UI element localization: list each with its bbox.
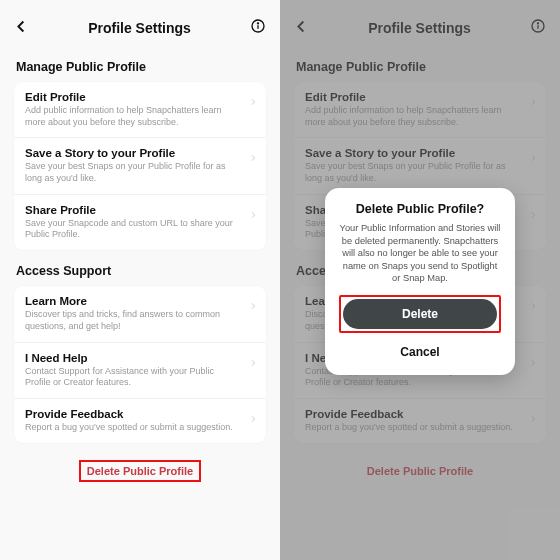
- delete-public-profile-link[interactable]: Delete Public Profile: [14, 461, 266, 479]
- chevron-right-icon: [249, 411, 257, 429]
- support-card: Learn More Discover tips and tricks, fin…: [14, 286, 266, 442]
- dialog-title: Delete Public Profile?: [339, 202, 501, 216]
- row-save-story[interactable]: Save a Story to your Profile Save your b…: [14, 138, 266, 194]
- section-support-title: Access Support: [16, 264, 266, 278]
- row-edit-profile[interactable]: Edit Profile Add public information to h…: [14, 82, 266, 138]
- chevron-right-icon: [249, 355, 257, 373]
- delete-dialog: Delete Public Profile? Your Public Infor…: [325, 188, 515, 375]
- row-feedback[interactable]: Provide Feedback Report a bug you've spo…: [14, 399, 266, 443]
- header: Profile Settings: [14, 10, 266, 46]
- back-icon[interactable]: [14, 19, 29, 38]
- chevron-right-icon: [249, 298, 257, 316]
- row-need-help[interactable]: I Need Help Contact Support for Assistan…: [14, 343, 266, 399]
- highlight-box: Delete: [339, 295, 501, 333]
- chevron-right-icon: [249, 94, 257, 112]
- svg-point-2: [257, 23, 258, 24]
- row-learn-more[interactable]: Learn More Discover tips and tricks, fin…: [14, 286, 266, 342]
- row-share-profile[interactable]: Share Profile Save your Snapcode and cus…: [14, 195, 266, 250]
- delete-button[interactable]: Delete: [343, 299, 497, 329]
- dialog-body: Your Public Information and Stories will…: [339, 222, 501, 285]
- page-title: Profile Settings: [88, 20, 191, 36]
- chevron-right-icon: [249, 207, 257, 225]
- chevron-right-icon: [249, 150, 257, 168]
- section-manage-title: Manage Public Profile: [16, 60, 266, 74]
- cancel-button[interactable]: Cancel: [339, 341, 501, 363]
- panel-normal: Profile Settings Manage Public Profile E…: [0, 0, 280, 560]
- manage-card: Edit Profile Add public information to h…: [14, 82, 266, 250]
- panel-dialog: Profile Settings Manage Public Profile E…: [280, 0, 560, 560]
- info-icon[interactable]: [250, 18, 266, 38]
